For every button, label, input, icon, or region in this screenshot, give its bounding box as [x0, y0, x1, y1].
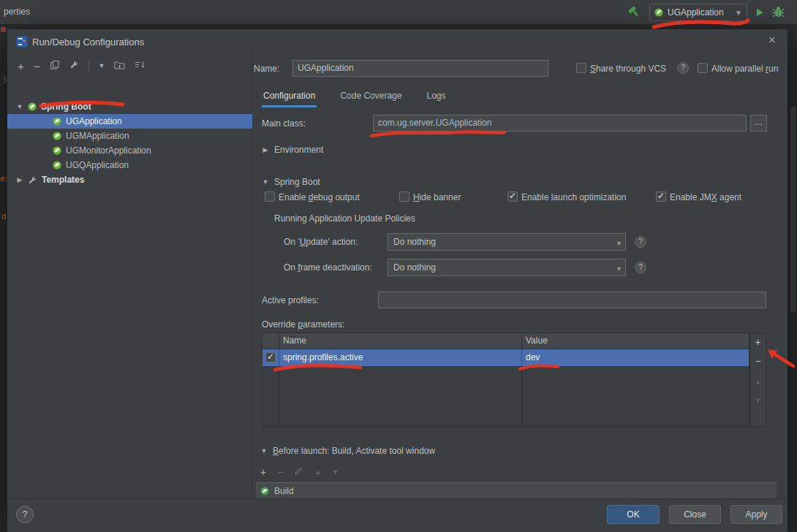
table-side-toolbar: + − ▲ ▼ [749, 332, 766, 428]
spring-boot-icon [28, 102, 37, 111]
spring-boot-icon [53, 117, 61, 126]
wrench-icon [28, 175, 37, 185]
tree-item-ugapplication[interactable]: UGApplication [7, 114, 252, 129]
spring-boot-section-label: Spring Boot [274, 177, 320, 187]
help-button[interactable]: ? [16, 506, 34, 523]
remove-parameter-button[interactable]: − [750, 354, 766, 370]
before-launch-toolbar: + − ▲ ▼ [260, 466, 339, 478]
run-configuration-name: UGApplication [668, 7, 724, 18]
share-vcs-checkbox[interactable] [576, 63, 586, 73]
task-down-button[interactable]: ▼ [332, 468, 339, 476]
run-debug-configurations-dialog: Run/Debug Configurations × + − ▼ ▼ Sprin… [7, 29, 787, 532]
dialog-button-bar: ? OK Close Apply [7, 498, 787, 532]
tab-configuration[interactable]: Configuration [262, 91, 317, 107]
spring-boot-section-toggle[interactable]: ▼ Spring Boot [262, 177, 320, 187]
tab-code-coverage[interactable]: Code Coverage [339, 91, 403, 107]
add-task-button[interactable]: + [260, 466, 266, 478]
name-label: Name: [254, 64, 279, 74]
expand-collapse-button[interactable]: ▼ [99, 62, 105, 69]
column-header-name[interactable]: Name [283, 335, 306, 346]
tree-group-templates[interactable]: ▶ Templates [7, 172, 252, 187]
column-header-value[interactable]: Value [526, 335, 548, 346]
edit-task-button[interactable] [294, 466, 303, 478]
enable-jmx-agent-checkbox[interactable] [656, 191, 666, 202]
main-class-label: Main class: [262, 118, 306, 129]
parameter-name-cell[interactable]: spring.profiles.active [283, 352, 363, 362]
allow-parallel-checkbox[interactable] [698, 63, 708, 73]
main-toolbar: perties UGApplication ▼ [0, 0, 797, 25]
toolbar-separator [88, 60, 89, 72]
before-launch-task-build[interactable]: Build [256, 482, 777, 498]
tree-item-ugmapplication[interactable]: UGMApplication [7, 129, 252, 143]
build-icon [260, 487, 269, 495]
move-down-button[interactable]: ▼ [750, 393, 766, 409]
run-configuration-selector[interactable]: UGApplication ▼ [649, 4, 747, 21]
chevron-expanded-icon[interactable]: ▼ [16, 103, 23, 110]
spring-boot-icon [53, 132, 61, 140]
new-folder-button[interactable] [114, 60, 125, 72]
tree-item-ugmonitorapplication[interactable]: UGMonitorApplication [7, 143, 252, 158]
editor-fragment [1, 27, 6, 32]
add-parameter-button[interactable]: + [750, 335, 766, 351]
editor-fragment: d [1, 212, 7, 221]
before-launch-label: Before launch: Build, Activate tool wind… [273, 446, 435, 456]
tree-item-label: UGMApplication [66, 131, 129, 141]
build-hammer-icon[interactable] [627, 4, 642, 22]
edit-defaults-button[interactable] [69, 60, 79, 72]
enable-debug-output-checkbox[interactable] [265, 191, 275, 202]
remove-configuration-button[interactable]: − [34, 61, 40, 72]
chevron-down-icon: ▼ [735, 9, 742, 17]
apply-button[interactable]: Apply [730, 505, 782, 524]
environment-section-label: Environment [274, 145, 323, 155]
tree-item-ugqapplication[interactable]: UGQApplication [7, 158, 252, 172]
ok-button[interactable]: OK [607, 505, 660, 524]
tab-logs[interactable]: Logs [425, 91, 447, 107]
before-launch-section-toggle[interactable]: ▼ Before launch: Build, Activate tool wi… [260, 446, 435, 456]
build-task-label: Build [274, 486, 294, 496]
parameter-value-cell[interactable]: dev [526, 352, 540, 362]
chevron-collapsed-icon: ▶ [262, 146, 269, 153]
close-icon[interactable]: × [768, 34, 776, 46]
column-divider [279, 333, 279, 427]
move-up-button[interactable]: ▲ [750, 374, 766, 390]
name-input[interactable]: UGApplication [292, 60, 548, 77]
on-update-help-icon[interactable]: ? [635, 236, 646, 248]
on-frame-help-icon[interactable]: ? [635, 262, 646, 273]
close-button[interactable]: Close [669, 505, 721, 524]
browse-main-class-button[interactable]: … [750, 115, 767, 132]
share-vcs-help-icon[interactable]: ? [677, 62, 689, 74]
hide-banner-checkbox[interactable] [399, 191, 409, 202]
spring-boot-icon [53, 161, 61, 170]
spring-boot-icon [654, 8, 663, 17]
chevron-collapsed-icon[interactable]: ▶ [16, 176, 23, 183]
main-class-input[interactable]: com.ug.server.UGApplication [373, 115, 747, 132]
sort-configurations-button[interactable] [135, 60, 146, 72]
share-vcs-label: Share through VCS [590, 64, 666, 74]
copy-configuration-button[interactable] [50, 60, 60, 72]
chevron-expanded-icon: ▼ [262, 178, 269, 186]
tree-group-spring-boot[interactable]: ▼ Spring Boot [7, 99, 252, 114]
editor-scrollbar[interactable] [790, 107, 796, 313]
configurations-tree-panel: + − ▼ ▼ Spring Boot UGApplication UG [7, 53, 252, 498]
parameter-enabled-checkbox[interactable] [265, 352, 276, 362]
active-profiles-input[interactable] [378, 292, 766, 308]
task-up-button[interactable]: ▲ [314, 468, 321, 476]
tree-toolbar: + − ▼ [18, 59, 146, 72]
dialog-icon [16, 36, 28, 50]
remove-task-button[interactable]: − [277, 466, 283, 478]
on-update-action-select[interactable]: Do nothing [388, 233, 626, 251]
chevron-expanded-icon: ▼ [260, 447, 268, 455]
editor-tab-label[interactable]: perties [4, 7, 30, 17]
override-parameters-table: Name Value spring.profiles.active dev [262, 332, 749, 428]
run-button[interactable] [754, 7, 766, 20]
environment-section-toggle[interactable]: ▶ Environment [262, 145, 323, 155]
debug-button[interactable] [771, 5, 785, 21]
on-update-action-label: On 'Update' action: [284, 237, 358, 247]
enable-jmx-agent-label: Enable JMX agent [670, 192, 741, 202]
add-configuration-button[interactable]: + [18, 61, 24, 72]
table-header: Name Value [262, 333, 749, 349]
dialog-title: Run/Debug Configurations [32, 37, 144, 48]
on-frame-deactivation-select[interactable]: Do nothing [388, 259, 626, 276]
table-row[interactable]: spring.profiles.active dev [262, 349, 749, 366]
enable-launch-optimization-checkbox[interactable] [507, 191, 518, 202]
